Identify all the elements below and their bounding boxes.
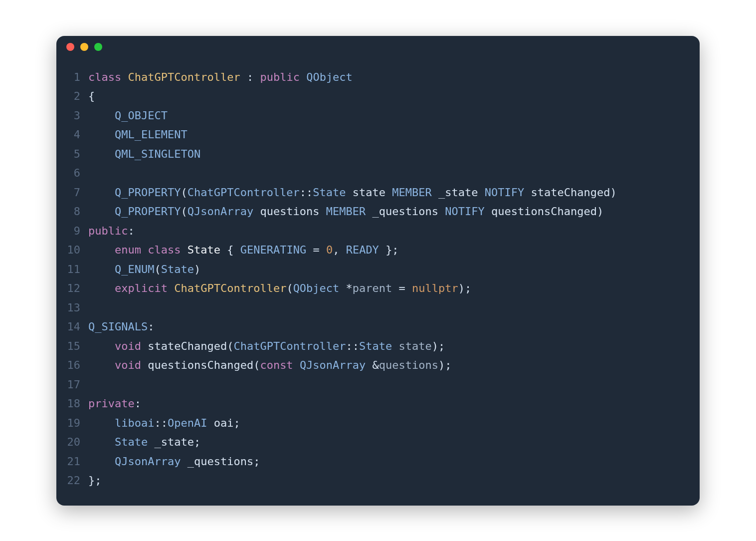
code-content: QML_ELEMENT bbox=[88, 125, 188, 145]
token-plain bbox=[253, 71, 260, 83]
token-type: liboai bbox=[115, 417, 154, 429]
token-plain bbox=[220, 244, 227, 256]
token-punct: ; bbox=[194, 436, 200, 448]
line-number: 6 bbox=[66, 164, 88, 183]
line-number: 22 bbox=[66, 471, 88, 491]
token-keyword: public bbox=[88, 225, 128, 237]
token-plain bbox=[346, 186, 353, 199]
token-plain bbox=[168, 282, 174, 294]
code-line: 13 bbox=[66, 298, 685, 318]
token-func: stateChanged bbox=[148, 340, 227, 352]
code-line: 11 Q_ENUM(State) bbox=[66, 260, 685, 279]
token-punct: , bbox=[333, 244, 339, 256]
token-punct: :: bbox=[154, 417, 168, 429]
minimize-icon[interactable] bbox=[80, 43, 88, 51]
token-enumval: GENERATING bbox=[240, 244, 306, 256]
token-number: 0 bbox=[326, 244, 333, 256]
code-content: liboai::OpenAI oai; bbox=[88, 414, 240, 433]
token-punct: }; bbox=[88, 474, 102, 487]
token-punct: }; bbox=[385, 244, 399, 256]
code-line: 9public: bbox=[66, 222, 685, 241]
token-plain bbox=[524, 186, 531, 199]
token-punct: ( bbox=[181, 205, 187, 218]
token-ident: _questions bbox=[373, 205, 438, 218]
code-line: 8 Q_PROPERTY(QJsonArray questions MEMBER… bbox=[66, 202, 685, 222]
code-content: Q_PROPERTY(ChatGPTController::State stat… bbox=[88, 183, 617, 203]
token-plain bbox=[88, 263, 115, 275]
token-plain bbox=[88, 417, 115, 429]
token-plain bbox=[88, 148, 115, 160]
token-plain bbox=[366, 359, 372, 371]
code-line: 15 void stateChanged(ChatGPTController::… bbox=[66, 337, 685, 356]
token-type: State bbox=[115, 436, 148, 448]
token-macro: Q_PROPERTY bbox=[115, 186, 181, 199]
token-keyword: void bbox=[115, 340, 141, 352]
token-punct: ; bbox=[233, 417, 240, 429]
token-keyword: class bbox=[148, 244, 181, 256]
code-editor[interactable]: 1class ChatGPTController : public QObjec… bbox=[56, 58, 700, 506]
code-line: 22}; bbox=[66, 471, 685, 491]
token-plain bbox=[320, 205, 326, 218]
token-punct: ); bbox=[432, 340, 445, 352]
token-plain bbox=[88, 167, 95, 179]
code-line: 14Q_SIGNALS: bbox=[66, 317, 685, 337]
token-punct: ) bbox=[194, 263, 200, 275]
token-param: questions bbox=[379, 359, 438, 371]
token-punct: : bbox=[135, 397, 141, 410]
code-content: Q_SIGNALS: bbox=[88, 317, 154, 337]
token-ident: oai bbox=[214, 417, 234, 429]
code-line: 6 bbox=[66, 164, 685, 183]
token-plain bbox=[141, 359, 148, 371]
token-plain bbox=[207, 417, 213, 429]
token-plain bbox=[88, 282, 115, 294]
code-content: void questionsChanged(const QJsonArray &… bbox=[88, 356, 452, 375]
maximize-icon[interactable] bbox=[94, 43, 102, 51]
token-plain bbox=[253, 205, 260, 218]
close-icon[interactable] bbox=[66, 43, 74, 51]
token-plain bbox=[148, 436, 154, 448]
token-plain bbox=[320, 244, 326, 256]
token-func: questionsChanged bbox=[148, 359, 253, 371]
token-punct: ; bbox=[253, 455, 260, 468]
token-macro: Q_ENUM bbox=[115, 263, 154, 275]
token-ident: _state bbox=[154, 436, 193, 448]
token-param: state bbox=[399, 340, 432, 352]
token-type: QJsonArray bbox=[115, 455, 181, 468]
token-ident: _questions bbox=[188, 455, 253, 468]
token-type: OpenAI bbox=[168, 417, 207, 429]
token-plain bbox=[339, 282, 346, 294]
token-plain bbox=[88, 359, 115, 371]
token-keyword: enum bbox=[115, 244, 141, 256]
code-line: 10 enum class State { GENERATING = 0, RE… bbox=[66, 241, 685, 260]
token-keyword: class bbox=[88, 71, 121, 83]
token-punct: ); bbox=[458, 282, 472, 294]
token-plain bbox=[88, 378, 95, 391]
line-number: 12 bbox=[66, 279, 88, 298]
token-macro: MEMBER bbox=[392, 186, 431, 199]
line-number: 1 bbox=[66, 68, 88, 87]
code-content: class ChatGPTController : public QObject bbox=[88, 68, 353, 87]
code-content: QML_SINGLETON bbox=[88, 145, 200, 164]
token-macro: MEMBER bbox=[326, 205, 366, 218]
token-plain bbox=[300, 71, 306, 83]
token-punct: ); bbox=[438, 359, 452, 371]
line-number: 8 bbox=[66, 202, 88, 222]
token-punct: & bbox=[373, 359, 379, 371]
line-number: 11 bbox=[66, 260, 88, 279]
code-content: State _state; bbox=[88, 433, 200, 452]
line-number: 20 bbox=[66, 433, 88, 452]
token-plain bbox=[405, 282, 412, 294]
token-ident: questionsChanged bbox=[491, 205, 597, 218]
token-macro: NOTIFY bbox=[485, 186, 524, 199]
token-plain bbox=[293, 359, 300, 371]
token-plain bbox=[438, 205, 445, 218]
token-plain bbox=[478, 186, 485, 199]
token-plain bbox=[88, 244, 115, 256]
token-punct: ( bbox=[253, 359, 260, 371]
token-macro: Q_SIGNALS bbox=[88, 320, 148, 333]
code-line: 7 Q_PROPERTY(ChatGPTController::State st… bbox=[66, 183, 685, 203]
token-macro: NOTIFY bbox=[445, 205, 484, 218]
token-plain bbox=[141, 340, 148, 352]
token-type: QObject bbox=[293, 282, 340, 294]
token-plain bbox=[366, 205, 372, 218]
